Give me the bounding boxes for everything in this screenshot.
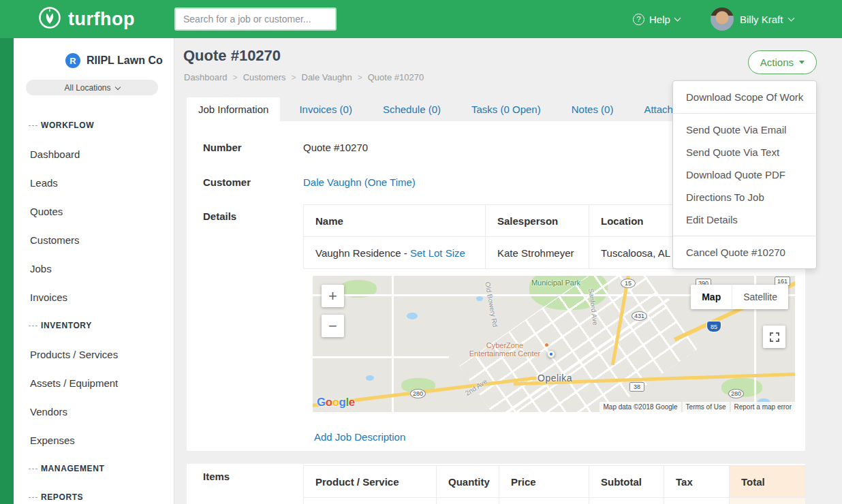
add-job-description-link[interactable]: Add Job Description (314, 431, 405, 443)
map-label-old-bowery-rd: Old Bowery Rd (484, 281, 499, 328)
user-menu[interactable]: Billy Kraft (711, 0, 794, 38)
items-cell (437, 498, 499, 504)
sidebar-accent-strip (0, 38, 14, 504)
chevron-down-icon (674, 15, 681, 22)
sidebar-item-products-services[interactable]: Products / Services (14, 340, 174, 368)
tab-tasks[interactable]: Tasks (0 Open) (460, 97, 552, 121)
breadcrumb-dashboard[interactable]: Dashboard (184, 72, 228, 82)
help-menu[interactable]: ? Help (633, 0, 680, 38)
tab-notes[interactable]: Notes (0) (560, 97, 625, 121)
items-header-price: Price (499, 466, 589, 498)
terms-of-use-link[interactable]: Terms of Use (683, 402, 730, 412)
set-lot-size-link[interactable]: Set Lot Size (410, 247, 465, 259)
caret-down-icon (799, 61, 805, 64)
section-label: REPORTS (41, 492, 83, 502)
actions-dropdown-menu: Download Scope Of Work Send Quote Via Em… (672, 80, 817, 269)
poi-dot-icon (544, 343, 549, 347)
section-label: MANAGEMENT (41, 464, 104, 473)
route-shield-15: 15 (621, 279, 636, 288)
breadcrumb: Dashboard > Customers > Dale Vaughn > Qu… (184, 72, 424, 82)
brand-wordmark: turfhop (68, 9, 135, 30)
items-cell (589, 498, 664, 504)
map-label-opelika: Opelika (537, 373, 572, 383)
details-label: Details (203, 210, 236, 222)
page-title: Quote #10270 (183, 47, 281, 65)
map-type-satellite-button[interactable]: Satellite (732, 285, 788, 309)
tab-invoices[interactable]: Invoices (0) (287, 97, 364, 121)
section-header-workflow: WORKFLOW (14, 111, 174, 140)
job-location-map[interactable]: Municipal Park CyberZone Entertainment C… (313, 276, 795, 412)
number-label: Number (203, 142, 242, 153)
topbar: turfhop ? Help Billy Kraft (0, 0, 842, 38)
breadcrumb-separator: > (358, 73, 362, 82)
sidebar-item-leads[interactable]: Leads (14, 168, 174, 197)
items-header-tax: Tax (664, 466, 730, 498)
fullscreen-icon (770, 332, 779, 342)
breadcrumb-separator: > (291, 73, 296, 82)
section-header-inventory: INVENTORY (14, 311, 174, 340)
menu-item-download-scope-of-work[interactable]: Download Scope Of Work (673, 86, 816, 108)
tab-job-information[interactable]: Job Information (187, 97, 280, 121)
map-fullscreen-button[interactable] (763, 326, 785, 348)
turfhop-logo[interactable]: turfhop (38, 0, 135, 38)
section-label: WORKFLOW (41, 121, 94, 130)
location-filter[interactable]: All Locations (26, 80, 158, 95)
items-cell (664, 498, 730, 504)
sidebar-item-dashboard[interactable]: Dashboard (14, 140, 174, 168)
items-header-quantity: Quantity (437, 466, 499, 498)
items-header-total: Total (730, 466, 806, 498)
company-header: R RIIPL Lawn Co (14, 38, 174, 68)
location-filter-label: All Locations (64, 83, 110, 93)
menu-item-send-quote-via-email[interactable]: Send Quote Via Email (673, 119, 816, 141)
global-search-input[interactable] (174, 7, 337, 31)
menu-item-send-quote-via-text[interactable]: Send Quote Via Text (673, 141, 816, 163)
map-zoom-in-button[interactable]: + (322, 285, 344, 307)
menu-item-directions-to-job[interactable]: Directions To Job (673, 186, 816, 208)
menu-divider (673, 236, 816, 236)
help-label: Help (649, 14, 670, 25)
section-dash-icon (29, 125, 37, 126)
user-name: Billy Kraft (740, 14, 783, 25)
route-shield-280-west: 280 (410, 389, 426, 398)
map-label-municipal-park: Municipal Park (525, 279, 587, 287)
menu-item-edit-details[interactable]: Edit Details (673, 208, 816, 231)
section-header-management: MANAGEMENT (14, 454, 174, 483)
job-location-marker[interactable] (548, 351, 555, 358)
sidebar-item-assets-equipment[interactable]: Assets / Equipment (14, 368, 174, 397)
sidebar-item-customers[interactable]: Customers (14, 225, 174, 254)
report-map-error-link[interactable]: Report a map error (731, 402, 795, 412)
items-cell (499, 498, 589, 504)
avatar (711, 7, 734, 31)
details-cell-salesperson: Kate Strohmeyer (486, 237, 589, 269)
map-type-switcher: Map Satellite (691, 285, 788, 309)
tab-schedule[interactable]: Schedule (0) (371, 97, 452, 121)
items-cell (304, 498, 437, 504)
map-label-cyberzone: CyberZone Entertainment Center (464, 341, 546, 358)
sidebar-item-invoices[interactable]: Invoices (14, 283, 174, 311)
section-dash-icon (29, 326, 37, 326)
breadcrumb-customer-name[interactable]: Dale Vaughn (302, 72, 352, 82)
items-empty-row (304, 498, 806, 504)
sidebar-item-vendors[interactable]: Vendors (14, 397, 174, 426)
actions-button[interactable]: Actions (748, 50, 817, 74)
number-value: Quote #10270 (303, 142, 368, 153)
breadcrumb-customers[interactable]: Customers (243, 72, 286, 82)
menu-divider (673, 113, 816, 114)
sidebar-item-quotes[interactable]: Quotes (14, 197, 174, 225)
customer-type-link[interactable]: (One Time) (364, 176, 416, 188)
turfhop-logo-icon (38, 6, 61, 32)
sidebar-item-expenses[interactable]: Expenses (14, 426, 174, 454)
sidebar-item-jobs[interactable]: Jobs (14, 254, 174, 283)
section-label: INVENTORY (41, 321, 92, 330)
customer-name-link[interactable]: Dale Vaughn (303, 176, 362, 188)
actions-button-label: Actions (760, 57, 794, 68)
map-zoom-out-button[interactable]: − (322, 315, 344, 337)
menu-item-cancel-quote[interactable]: Cancel Quote #10270 (673, 241, 816, 264)
map-type-map-button[interactable]: Map (691, 285, 732, 309)
route-shield-431: 431 (632, 311, 647, 321)
details-header-salesperson: Salesperson (486, 205, 589, 237)
google-logo[interactable]: Google (317, 396, 355, 409)
items-header-subtotal: Subtotal (589, 466, 664, 498)
items-label: Items (203, 471, 230, 482)
menu-item-download-quote-pdf[interactable]: Download Quote PDF (673, 163, 816, 186)
